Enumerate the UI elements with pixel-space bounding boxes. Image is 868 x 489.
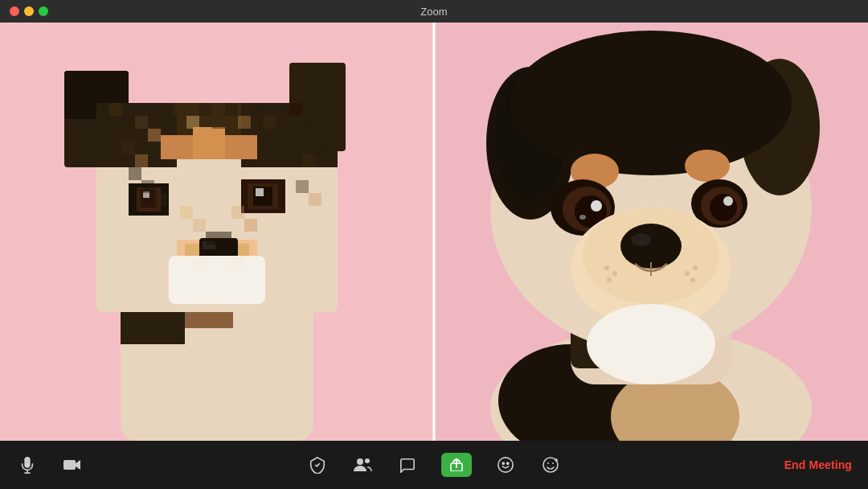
microphone-icon <box>16 454 39 476</box>
title-bar: Zoom <box>0 0 868 23</box>
svg-rect-31 <box>122 116 135 129</box>
toolbar-right-controls: End Meeting <box>784 458 852 471</box>
video-left-participant <box>0 23 434 441</box>
svg-rect-39 <box>225 103 238 116</box>
svg-point-110 <box>552 462 554 464</box>
svg-point-103 <box>365 458 370 463</box>
svg-rect-43 <box>276 103 289 116</box>
svg-rect-101 <box>63 460 76 470</box>
svg-rect-34 <box>161 116 174 129</box>
svg-rect-49 <box>289 142 302 154</box>
svg-point-106 <box>502 462 504 464</box>
share-screen-button[interactable] <box>441 453 472 477</box>
svg-point-109 <box>547 462 549 464</box>
svg-rect-44 <box>289 103 302 116</box>
toolbar: End Meeting <box>0 441 868 489</box>
reactions-button[interactable] <box>494 454 517 476</box>
svg-rect-64 <box>231 257 244 270</box>
svg-rect-46 <box>122 142 135 154</box>
svg-point-86 <box>723 196 733 206</box>
svg-rect-53 <box>141 180 154 193</box>
svg-point-82 <box>579 215 586 220</box>
svg-rect-52 <box>129 167 141 180</box>
participants-button[interactable] <box>351 454 374 476</box>
video-canvas <box>0 23 868 441</box>
svg-rect-61 <box>206 232 219 244</box>
svg-rect-45 <box>302 116 315 129</box>
svg-rect-13 <box>225 135 257 159</box>
svg-rect-21 <box>256 188 264 196</box>
svg-point-98 <box>587 304 715 384</box>
security-button[interactable] <box>306 454 329 476</box>
reactions-icon <box>494 454 517 476</box>
video-divider <box>433 23 436 441</box>
svg-rect-42 <box>264 116 276 129</box>
svg-rect-56 <box>309 193 321 206</box>
end-meeting-button[interactable]: End Meeting <box>784 458 852 471</box>
svg-point-95 <box>693 265 698 270</box>
svg-rect-51 <box>315 142 328 154</box>
traffic-lights <box>10 6 48 16</box>
svg-rect-48 <box>148 142 161 154</box>
share-icon <box>441 453 472 477</box>
video-right-participant <box>434 23 868 441</box>
svg-point-90 <box>632 233 651 246</box>
svg-rect-29 <box>96 103 109 116</box>
close-button[interactable] <box>10 6 19 16</box>
chat-button[interactable] <box>396 454 419 476</box>
svg-point-77 <box>685 150 730 182</box>
svg-rect-55 <box>296 180 309 193</box>
svg-point-102 <box>357 458 363 465</box>
svg-point-93 <box>612 271 617 276</box>
svg-rect-62 <box>219 232 231 244</box>
svg-rect-58 <box>193 219 206 232</box>
svg-point-107 <box>507 462 509 464</box>
camera-icon <box>61 454 84 476</box>
svg-rect-40 <box>238 116 251 129</box>
svg-point-81 <box>591 200 602 212</box>
svg-point-105 <box>498 458 513 472</box>
svg-rect-38 <box>212 116 225 129</box>
svg-rect-28 <box>169 256 265 304</box>
svg-rect-11 <box>161 135 193 159</box>
svg-rect-57 <box>180 206 193 219</box>
svg-rect-63 <box>193 257 206 270</box>
svg-rect-59 <box>231 206 244 219</box>
svg-rect-37 <box>199 103 212 116</box>
apps-icon <box>539 454 562 476</box>
mute-button[interactable] <box>16 454 39 476</box>
minimize-button[interactable] <box>24 6 34 16</box>
video-area <box>0 23 868 441</box>
svg-rect-12 <box>193 127 225 159</box>
maximize-button[interactable] <box>39 6 48 16</box>
svg-rect-32 <box>135 116 148 129</box>
svg-point-96 <box>685 271 690 276</box>
security-icon <box>306 454 329 476</box>
window-title: Zoom <box>420 6 448 18</box>
apps-button[interactable] <box>539 454 562 476</box>
svg-rect-54 <box>154 193 167 206</box>
svg-point-89 <box>620 224 682 269</box>
svg-point-85 <box>710 194 737 221</box>
svg-rect-36 <box>186 116 199 129</box>
svg-rect-47 <box>135 154 148 167</box>
svg-point-75 <box>510 31 792 175</box>
video-button[interactable] <box>61 454 84 476</box>
svg-rect-35 <box>174 103 186 116</box>
svg-rect-50 <box>302 154 315 167</box>
svg-point-97 <box>690 277 695 282</box>
toolbar-left-controls <box>16 454 84 476</box>
svg-rect-30 <box>109 103 122 116</box>
participants-icon <box>351 454 374 476</box>
svg-point-92 <box>604 265 609 270</box>
svg-rect-60 <box>244 219 257 232</box>
svg-point-94 <box>607 277 612 282</box>
chat-icon <box>396 454 419 476</box>
svg-rect-41 <box>251 103 264 116</box>
svg-rect-33 <box>148 129 161 142</box>
toolbar-center-controls <box>306 453 562 477</box>
